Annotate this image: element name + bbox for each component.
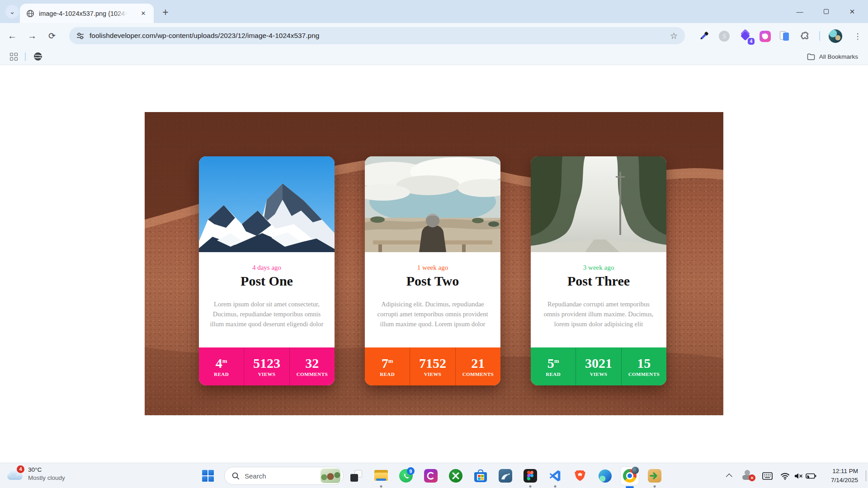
minimize-button[interactable]: — — [787, 0, 813, 23]
file-explorer-button[interactable] — [372, 467, 390, 485]
active-tab[interactable]: image-4-1024x537.png (1024×5 ✕ — [20, 4, 154, 23]
card-title: Post Two — [365, 273, 500, 289]
card-date: 3 week ago — [531, 264, 666, 272]
onedrive-icon[interactable]: ✕ — [741, 469, 756, 483]
card-image-foggy-trees — [531, 156, 666, 252]
whatsapp-button[interactable]: 9 — [397, 467, 415, 485]
edge-button[interactable] — [596, 467, 614, 485]
extensions-puzzle-icon[interactable] — [797, 28, 812, 44]
all-bookmarks-button[interactable]: All Bookmarks — [803, 49, 862, 65]
s-extension-icon[interactable]: S — [717, 28, 732, 44]
weather-cloud-icon: 4 — [7, 467, 24, 481]
chrome-button[interactable] — [621, 467, 639, 485]
card-title: Post One — [199, 273, 335, 289]
clipboard-extension-icon[interactable] — [777, 28, 792, 44]
bookmark-globe-icon[interactable] — [33, 52, 42, 63]
weather-temperature: 30°C — [28, 466, 65, 474]
stat-views: 3021VIEWS — [576, 347, 621, 385]
bookmarks-bar: All Bookmarks — [0, 49, 868, 65]
reload-button[interactable]: ⟳ — [44, 28, 60, 44]
card-body-text: Repudiandae corrupti amet temporibus omn… — [542, 300, 656, 329]
toolbar-separator — [819, 31, 820, 41]
card-date: 1 week ago — [365, 264, 500, 272]
toolbar: ← → ⟳ foolishdeveloper.com/wp-content/up… — [0, 23, 868, 49]
omnibox[interactable]: foolishdeveloper.com/wp-content/uploads/… — [69, 27, 685, 44]
stat-read: 7mREAD — [365, 347, 410, 385]
brave-button[interactable] — [571, 467, 589, 485]
window-controls: — ✕ — [787, 0, 865, 23]
card-body-text: Adipisicing elit. Ducimus, repudiandae c… — [376, 300, 490, 329]
search-highlight-image[interactable] — [321, 469, 340, 483]
page-viewport: 4 days ago Post One Lorem ipsum dolor si… — [0, 65, 868, 463]
running-indicator — [380, 485, 382, 488]
tray-chevron-icon[interactable] — [722, 469, 738, 483]
forward-button[interactable]: → — [24, 28, 40, 44]
post-card[interactable]: 4 days ago Post One Lorem ipsum dolor si… — [199, 156, 335, 385]
start-button[interactable] — [199, 467, 217, 484]
card-stats-footer: 4mREAD 5123VIEWS 32COMMENTS — [199, 347, 335, 385]
new-tab-button[interactable]: + — [159, 6, 172, 19]
back-button[interactable]: ← — [4, 28, 20, 44]
microsoft-store-button[interactable] — [472, 467, 490, 485]
card-image-bench — [365, 156, 500, 252]
url-text[interactable]: foolishdeveloper.com/wp-content/uploads/… — [90, 32, 319, 40]
card-title: Post Three — [531, 273, 666, 289]
close-window-button[interactable]: ✕ — [839, 0, 865, 23]
globe-favicon-icon — [26, 9, 34, 18]
folder-icon — [807, 53, 815, 60]
vscode-button[interactable] — [546, 467, 564, 485]
loop-app-button[interactable] — [422, 467, 440, 485]
search-placeholder: Search — [245, 472, 321, 480]
extension-badge: 4 — [748, 38, 755, 45]
touch-keyboard-icon[interactable] — [760, 469, 775, 483]
viewed-image[interactable]: 4 days ago Post One Lorem ipsum dolor si… — [145, 112, 723, 415]
weather-condition: Mostly cloudy — [28, 474, 65, 482]
tag-extension-icon[interactable] — [757, 28, 773, 44]
stat-read: 4mREAD — [199, 347, 244, 385]
clock-time: 12:11 PM — [831, 467, 858, 476]
card-body-text: Lorem ipsum dolor sit amet consectetur, … — [210, 300, 324, 329]
task-view-button[interactable] — [347, 467, 365, 485]
restore-button[interactable] — [813, 0, 839, 23]
search-icon — [232, 472, 240, 480]
chrome-profile-badge — [632, 467, 639, 474]
wifi-icon[interactable] — [777, 469, 793, 483]
battery-saver-icon[interactable] — [803, 469, 819, 483]
restore-icon — [824, 9, 829, 14]
bookmark-star-icon[interactable]: ☆ — [670, 31, 678, 41]
weather-widget[interactable]: 4 30°C Mostly cloudy — [7, 466, 65, 482]
weather-badge: 4 — [17, 465, 24, 473]
titlebar: ⌄ image-4-1024x537.png (1024×5 ✕ + — ✕ — [0, 0, 868, 23]
post-card[interactable]: 1 week ago Post Two Adipisicing elit. Du… — [365, 156, 500, 385]
active-app-indicator — [626, 486, 634, 488]
share-app-button[interactable] — [646, 467, 664, 485]
show-desktop-button[interactable] — [866, 470, 866, 481]
eyedropper-extension-icon[interactable] — [696, 28, 712, 44]
running-indicator — [554, 485, 557, 488]
card-image-mountains — [199, 156, 335, 252]
site-settings-icon[interactable] — [76, 32, 84, 40]
mysql-workbench-button[interactable] — [496, 467, 514, 485]
apps-grid-icon[interactable] — [10, 53, 18, 61]
whatsapp-badge: 9 — [407, 467, 415, 475]
stat-read: 5mREAD — [531, 347, 576, 385]
tab-search-button[interactable]: ⌄ — [5, 5, 19, 19]
windows-logo-icon — [202, 470, 214, 482]
chrome-window: ⌄ image-4-1024x537.png (1024×5 ✕ + — ✕ ←… — [0, 0, 868, 488]
card-date: 4 days ago — [199, 264, 335, 272]
layers-extension-icon[interactable]: 4 — [737, 28, 753, 44]
card-stats-footer: 7mREAD 7152VIEWS 21COMMENTS — [365, 347, 500, 385]
taskbar-search[interactable]: Search — [224, 467, 344, 485]
stat-comments: 21COMMENTS — [455, 347, 500, 385]
clock-date: 7/14/2025 — [831, 476, 858, 485]
stat-views: 7152VIEWS — [410, 347, 455, 385]
figma-button[interactable] — [521, 467, 539, 485]
tab-close-icon[interactable]: ✕ — [138, 9, 148, 19]
profile-avatar[interactable] — [829, 29, 842, 43]
stat-comments: 15COMMENTS — [621, 347, 666, 385]
browser-menu-icon[interactable]: ⋮ — [851, 28, 864, 44]
post-card[interactable]: 3 week ago Post Three Repudiandae corrup… — [531, 156, 666, 385]
tab-title: image-4-1024x537.png (1024×5 — [39, 10, 127, 17]
taskbar-clock[interactable]: 12:11 PM 7/14/2025 — [831, 467, 858, 484]
xbox-button[interactable] — [447, 467, 465, 485]
